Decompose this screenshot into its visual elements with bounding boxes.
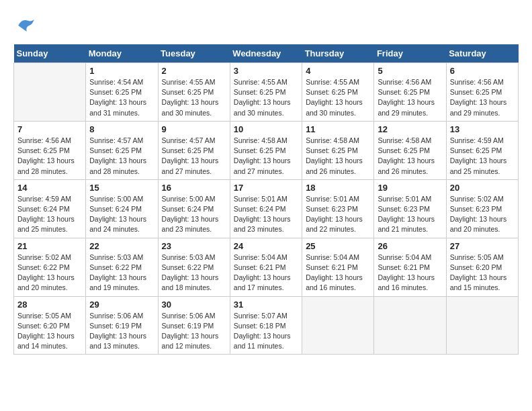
calendar-cell: 31Sunrise: 5:07 AM Sunset: 6:18 PM Dayli…	[230, 296, 302, 355]
day-number: 7	[17, 124, 82, 134]
calendar-cell: 15Sunrise: 5:00 AM Sunset: 6:24 PM Dayli…	[86, 179, 158, 238]
calendar-cell: 17Sunrise: 5:01 AM Sunset: 6:24 PM Dayli…	[230, 179, 302, 238]
day-info: Sunrise: 5:04 AM Sunset: 6:21 PM Dayligh…	[378, 253, 442, 293]
day-number: 16	[162, 183, 226, 193]
day-number: 10	[234, 124, 298, 134]
day-number: 27	[450, 241, 515, 251]
weekday-header: Sunday	[14, 44, 86, 63]
day-number: 28	[17, 300, 82, 310]
day-info: Sunrise: 4:56 AM Sunset: 6:25 PM Dayligh…	[17, 136, 82, 177]
day-number: 17	[234, 183, 298, 193]
day-info: Sunrise: 4:57 AM Sunset: 6:25 PM Dayligh…	[89, 136, 154, 177]
weekday-header: Tuesday	[158, 44, 230, 63]
day-info: Sunrise: 4:57 AM Sunset: 6:25 PM Dayligh…	[162, 136, 226, 177]
day-info: Sunrise: 5:05 AM Sunset: 6:20 PM Dayligh…	[17, 311, 82, 352]
calendar-week-row: 1Sunrise: 4:54 AM Sunset: 6:25 PM Daylig…	[14, 63, 519, 122]
day-number: 6	[450, 66, 515, 76]
day-number: 22	[89, 241, 154, 251]
day-info: Sunrise: 4:58 AM Sunset: 6:25 PM Dayligh…	[378, 136, 442, 177]
calendar-week-row: 28Sunrise: 5:05 AM Sunset: 6:20 PM Dayli…	[14, 296, 519, 355]
day-info: Sunrise: 4:56 AM Sunset: 6:25 PM Dayligh…	[378, 77, 442, 118]
calendar-cell: 6Sunrise: 4:56 AM Sunset: 6:25 PM Daylig…	[446, 63, 518, 122]
day-info: Sunrise: 5:04 AM Sunset: 6:21 PM Dayligh…	[234, 253, 298, 293]
day-info: Sunrise: 4:59 AM Sunset: 6:24 PM Dayligh…	[17, 194, 82, 235]
calendar-cell: 25Sunrise: 5:04 AM Sunset: 6:21 PM Dayli…	[302, 238, 374, 296]
day-number: 4	[306, 66, 370, 76]
day-info: Sunrise: 4:58 AM Sunset: 6:25 PM Dayligh…	[306, 136, 370, 177]
day-number: 8	[89, 124, 154, 134]
calendar-cell: 19Sunrise: 5:01 AM Sunset: 6:23 PM Dayli…	[374, 179, 446, 238]
day-info: Sunrise: 4:54 AM Sunset: 6:25 PM Dayligh…	[89, 77, 154, 118]
day-number: 29	[89, 300, 154, 310]
day-number: 31	[234, 300, 298, 310]
day-number: 12	[378, 124, 442, 134]
calendar-cell: 16Sunrise: 5:00 AM Sunset: 6:24 PM Dayli…	[158, 179, 230, 238]
day-info: Sunrise: 5:04 AM Sunset: 6:21 PM Dayligh…	[306, 253, 370, 293]
day-info: Sunrise: 4:59 AM Sunset: 6:25 PM Dayligh…	[450, 136, 515, 177]
day-info: Sunrise: 5:01 AM Sunset: 6:23 PM Dayligh…	[378, 194, 442, 235]
weekday-header-row: SundayMondayTuesdayWednesdayThursdayFrid…	[14, 44, 519, 63]
day-number: 25	[306, 241, 370, 251]
day-number: 14	[17, 183, 82, 193]
day-number: 20	[450, 183, 515, 193]
day-info: Sunrise: 5:01 AM Sunset: 6:23 PM Dayligh…	[306, 194, 370, 235]
day-number: 5	[378, 66, 442, 76]
weekday-header: Thursday	[302, 44, 374, 63]
day-number: 23	[162, 241, 226, 251]
page-header	[13, 13, 519, 38]
calendar-cell: 5Sunrise: 4:56 AM Sunset: 6:25 PM Daylig…	[374, 63, 446, 122]
calendar-cell: 12Sunrise: 4:58 AM Sunset: 6:25 PM Dayli…	[374, 121, 446, 179]
day-info: Sunrise: 5:02 AM Sunset: 6:22 PM Dayligh…	[17, 253, 82, 293]
calendar-week-row: 7Sunrise: 4:56 AM Sunset: 6:25 PM Daylig…	[14, 121, 519, 179]
calendar-cell: 7Sunrise: 4:56 AM Sunset: 6:25 PM Daylig…	[14, 121, 86, 179]
logo-icon	[13, 13, 38, 38]
day-info: Sunrise: 5:06 AM Sunset: 6:19 PM Dayligh…	[89, 311, 154, 352]
calendar-cell: 20Sunrise: 5:02 AM Sunset: 6:23 PM Dayli…	[446, 179, 518, 238]
day-info: Sunrise: 4:55 AM Sunset: 6:25 PM Dayligh…	[306, 77, 370, 118]
calendar-cell: 9Sunrise: 4:57 AM Sunset: 6:25 PM Daylig…	[158, 121, 230, 179]
day-info: Sunrise: 5:03 AM Sunset: 6:22 PM Dayligh…	[162, 253, 226, 293]
day-info: Sunrise: 5:01 AM Sunset: 6:24 PM Dayligh…	[234, 194, 298, 235]
day-info: Sunrise: 4:55 AM Sunset: 6:25 PM Dayligh…	[162, 77, 226, 118]
calendar-week-row: 14Sunrise: 4:59 AM Sunset: 6:24 PM Dayli…	[14, 179, 519, 238]
day-info: Sunrise: 5:02 AM Sunset: 6:23 PM Dayligh…	[450, 194, 515, 235]
calendar-cell	[374, 296, 446, 355]
calendar-cell	[14, 63, 86, 122]
day-info: Sunrise: 4:56 AM Sunset: 6:25 PM Dayligh…	[450, 77, 515, 118]
weekday-header: Wednesday	[230, 44, 302, 63]
day-number: 1	[89, 66, 154, 76]
weekday-header: Friday	[374, 44, 446, 63]
weekday-header: Saturday	[446, 44, 518, 63]
day-number: 11	[306, 124, 370, 134]
calendar-week-row: 21Sunrise: 5:02 AM Sunset: 6:22 PM Dayli…	[14, 238, 519, 296]
day-number: 13	[450, 124, 515, 134]
day-number: 30	[162, 300, 226, 310]
day-info: Sunrise: 5:06 AM Sunset: 6:19 PM Dayligh…	[162, 311, 226, 352]
calendar-cell: 24Sunrise: 5:04 AM Sunset: 6:21 PM Dayli…	[230, 238, 302, 296]
calendar-cell	[446, 296, 518, 355]
day-info: Sunrise: 5:07 AM Sunset: 6:18 PM Dayligh…	[234, 311, 298, 352]
day-number: 21	[17, 241, 82, 251]
calendar-cell	[302, 296, 374, 355]
calendar-cell: 30Sunrise: 5:06 AM Sunset: 6:19 PM Dayli…	[158, 296, 230, 355]
logo	[13, 13, 40, 38]
day-number: 26	[378, 241, 442, 251]
calendar-cell: 14Sunrise: 4:59 AM Sunset: 6:24 PM Dayli…	[14, 179, 86, 238]
day-info: Sunrise: 5:03 AM Sunset: 6:22 PM Dayligh…	[89, 253, 154, 293]
calendar-cell: 23Sunrise: 5:03 AM Sunset: 6:22 PM Dayli…	[158, 238, 230, 296]
day-number: 9	[162, 124, 226, 134]
day-number: 19	[378, 183, 442, 193]
calendar-cell: 3Sunrise: 4:55 AM Sunset: 6:25 PM Daylig…	[230, 63, 302, 122]
day-info: Sunrise: 5:05 AM Sunset: 6:20 PM Dayligh…	[450, 253, 515, 293]
calendar-cell: 22Sunrise: 5:03 AM Sunset: 6:22 PM Dayli…	[86, 238, 158, 296]
calendar-cell: 28Sunrise: 5:05 AM Sunset: 6:20 PM Dayli…	[14, 296, 86, 355]
calendar-table: SundayMondayTuesdayWednesdayThursdayFrid…	[13, 44, 519, 355]
calendar-cell: 2Sunrise: 4:55 AM Sunset: 6:25 PM Daylig…	[158, 63, 230, 122]
calendar-cell: 10Sunrise: 4:58 AM Sunset: 6:25 PM Dayli…	[230, 121, 302, 179]
calendar-cell: 21Sunrise: 5:02 AM Sunset: 6:22 PM Dayli…	[14, 238, 86, 296]
calendar-cell: 27Sunrise: 5:05 AM Sunset: 6:20 PM Dayli…	[446, 238, 518, 296]
calendar-cell: 13Sunrise: 4:59 AM Sunset: 6:25 PM Dayli…	[446, 121, 518, 179]
day-info: Sunrise: 5:00 AM Sunset: 6:24 PM Dayligh…	[162, 194, 226, 235]
weekday-header: Monday	[86, 44, 158, 63]
day-info: Sunrise: 5:00 AM Sunset: 6:24 PM Dayligh…	[89, 194, 154, 235]
